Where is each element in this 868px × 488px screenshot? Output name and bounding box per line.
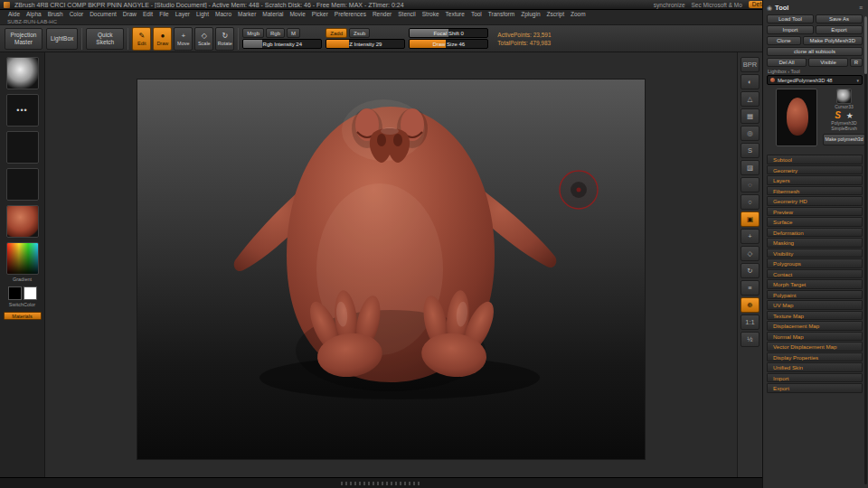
lsym-button[interactable]: S — [741, 143, 760, 158]
tool-section-row[interactable]: Layers — [767, 175, 863, 185]
menu-item[interactable]: Material — [259, 10, 286, 18]
palette-scrollbar-thumb[interactable] — [864, 16, 867, 74]
transparency-button[interactable]: ▨ — [741, 160, 760, 175]
make-polymesh3d-small-button[interactable]: Make polymesh3d — [823, 134, 865, 145]
z-intensity-slider[interactable]: Z Intensity 29 — [326, 39, 405, 49]
menu-item[interactable]: Texture — [443, 10, 467, 18]
move-mode-button[interactable]: + Move — [174, 27, 193, 51]
local-symmetry-button[interactable]: ◎ — [741, 126, 760, 141]
menu-item[interactable]: Movie — [287, 10, 307, 18]
tool-section-row[interactable]: Visibility — [767, 249, 863, 258]
tool-section-row[interactable]: Display Properties — [767, 352, 863, 362]
menu-item[interactable]: Preferences — [332, 10, 369, 18]
menu-item[interactable]: Brush — [45, 10, 66, 18]
tool-section-row[interactable]: UV Map — [767, 300, 863, 310]
bpr-render-button[interactable]: BPR — [741, 57, 760, 72]
zadd-button[interactable]: Zadd — [326, 28, 347, 38]
menu-item[interactable]: Stroke — [420, 10, 442, 18]
cursor-tool-thumbnail[interactable] — [836, 89, 852, 104]
menu-item[interactable]: Light — [193, 10, 212, 18]
r-button[interactable]: R — [850, 58, 863, 67]
lightbox-button[interactable]: LightBox — [46, 28, 78, 50]
tool-section-row[interactable]: Preview — [767, 207, 863, 217]
visible-button[interactable]: Visible — [808, 58, 848, 67]
del-all-button[interactable]: Del All — [767, 58, 807, 67]
tool-section-row[interactable]: Morph Target — [767, 279, 863, 289]
export-button[interactable]: Export — [816, 25, 863, 34]
rotate-camera-button[interactable]: ↻ — [741, 263, 760, 278]
menu-item[interactable]: Layer — [173, 10, 193, 18]
tool-section-row[interactable]: Vector Displacement Map — [767, 342, 863, 352]
alpha-thumbnail[interactable] — [6, 131, 39, 164]
active-tool-selector[interactable]: MergedPolymesh3D 48 ▾ — [767, 75, 863, 85]
tool-section-row[interactable]: Unified Skin — [767, 362, 863, 372]
scroll-document-button[interactable]: ≡ — [741, 280, 760, 296]
menu-item[interactable]: Macro — [212, 10, 234, 18]
persp-button[interactable]: △ — [741, 91, 760, 107]
tool-section-row[interactable]: Polypaint — [767, 290, 863, 300]
texture-thumbnail[interactable] — [6, 168, 39, 201]
move-camera-button[interactable]: + — [741, 229, 760, 244]
stroke-thumbnail[interactable]: ••• — [6, 94, 39, 127]
menu-item[interactable]: Stencil — [395, 10, 419, 18]
menu-item[interactable]: Draw — [120, 10, 139, 18]
render-quality-button[interactable]: ◐ — [741, 74, 760, 89]
aa-half-button[interactable]: ½ — [741, 332, 760, 347]
secondary-color-swatch[interactable] — [24, 286, 37, 300]
tool-section-row[interactable]: Masking — [767, 238, 863, 248]
tool-section-row[interactable]: Geometry HD — [767, 196, 863, 206]
menu-item[interactable]: Zoom — [568, 10, 589, 18]
sculpt-canvas[interactable] — [137, 80, 645, 459]
menu-item[interactable]: Transform — [486, 10, 517, 18]
dock-handle[interactable] — [341, 482, 422, 485]
palette-menu-icon[interactable]: ≡ — [859, 5, 863, 11]
tool-section-row[interactable]: Geometry — [767, 165, 863, 175]
menu-item[interactable]: Zscript — [544, 10, 568, 18]
rotate-mode-button[interactable]: ↻ Rotate — [215, 27, 234, 51]
tool-section-row[interactable]: Import — [767, 373, 863, 383]
material-thumbnail[interactable] — [6, 205, 39, 238]
mrgb-button[interactable]: Mrgb — [242, 28, 264, 38]
ghost-button[interactable]: ◌ — [741, 177, 760, 192]
actual-size-button[interactable]: 1:1 — [741, 314, 760, 330]
tool-section-row[interactable]: Texture Map — [767, 311, 863, 321]
import-button[interactable]: Import — [767, 25, 814, 34]
draw-mode-button[interactable]: ● Draw — [153, 27, 172, 51]
tool-section-row[interactable]: Fibermesh — [767, 186, 863, 196]
menu-item[interactable]: Tool — [468, 10, 485, 18]
zoom-document-button[interactable]: ⊕ — [741, 297, 760, 313]
tool-section-row[interactable]: Contact — [767, 269, 863, 279]
menu-item[interactable]: Render — [370, 10, 394, 18]
penguin-tool-thumbnail[interactable] — [776, 89, 817, 146]
tool-section-row[interactable]: Normal Map — [767, 332, 863, 342]
scale-mode-button[interactable]: ◇ Scale — [194, 27, 213, 51]
menu-item[interactable]: Document — [87, 10, 119, 18]
clone-all-subtools-button[interactable]: clone all subtools — [767, 47, 863, 56]
focal-shift-slider[interactable]: Focal Shift 0 — [409, 28, 488, 38]
tool-section-row[interactable]: Polygroups — [767, 258, 863, 268]
draw-size-slider[interactable]: Draw Size 46 — [409, 39, 488, 49]
main-color-swatch[interactable] — [8, 286, 22, 300]
polymesh3d-star-icon[interactable]: ★ — [846, 111, 854, 120]
scale-camera-button[interactable]: ◇ — [741, 246, 760, 261]
tool-section-row[interactable]: Export — [767, 383, 863, 393]
edit-mode-button[interactable]: ✎ Edit — [132, 27, 151, 51]
menu-item[interactable]: Edit — [140, 10, 156, 18]
make-polymesh3d-button[interactable]: Make PolyMesh3D — [803, 36, 863, 45]
title-bar-item[interactable]: synchronize — [654, 2, 685, 8]
menu-item[interactable]: Aide — [5, 10, 23, 18]
menu-item[interactable]: Picker — [309, 10, 331, 18]
zsub-button[interactable]: Zsub — [349, 28, 370, 38]
rgb-button[interactable]: Rgb — [266, 28, 285, 38]
materials-button[interactable]: Materials — [4, 312, 42, 320]
tool-section-row[interactable]: Displacement Map — [767, 321, 863, 331]
title-bar-item[interactable]: Sec Microsoft & Mo — [692, 2, 742, 8]
rgb-intensity-slider[interactable]: Rgb Intensity 24 — [242, 39, 322, 49]
brush-thumbnail[interactable] — [6, 57, 39, 89]
save-as-button[interactable]: Save As — [816, 14, 863, 23]
menu-item[interactable]: Color — [67, 10, 87, 18]
simplebrush-icon[interactable]: S — [835, 111, 841, 120]
tool-section-row[interactable]: Subtool — [767, 155, 863, 164]
floor-grid-button[interactable]: ▦ — [741, 108, 760, 124]
load-tool-button[interactable]: Load Tool — [767, 14, 814, 23]
